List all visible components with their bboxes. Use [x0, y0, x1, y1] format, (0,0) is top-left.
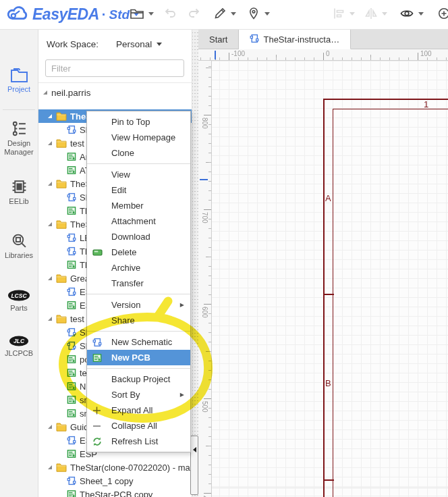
tree-item[interactable]: Sheet_1 copy	[38, 474, 192, 488]
menu-item-share[interactable]: Share	[87, 313, 190, 328]
expander-icon[interactable]	[48, 276, 52, 280]
view-options-button[interactable]	[399, 7, 424, 20]
menu-item-collapse-all[interactable]: Collapse All	[87, 418, 190, 434]
menu-item-new-pcb[interactable]: New PCB	[87, 350, 190, 365]
expander-icon[interactable]	[48, 114, 52, 118]
pcb-icon	[67, 449, 76, 459]
menu-item-label: Collapse All	[111, 421, 157, 431]
pcb-icon	[67, 300, 76, 310]
menu-item-transfer[interactable]: Transfer	[87, 276, 190, 291]
menu-item-label: Pin to Top	[111, 117, 150, 127]
menu-item-edit[interactable]: Edit	[87, 182, 190, 198]
menu-item-view-homepage[interactable]: View Homepage	[87, 130, 190, 145]
rail-item-project[interactable]: Project	[0, 68, 38, 94]
menu-item-delete[interactable]: Delete	[87, 244, 190, 260]
submenu-arrow-icon: ▶	[180, 297, 184, 313]
menu-item-expand-all[interactable]: Expand All	[87, 402, 190, 418]
zoom-tools-button[interactable]	[437, 7, 448, 20]
frame-row-divider	[323, 294, 334, 295]
panel-collapse-handle[interactable]	[190, 436, 198, 495]
tree-item[interactable]: TheStar(clone-07022020) - master	[38, 461, 192, 474]
menu-item-backup-project[interactable]: Backup Project	[87, 371, 190, 387]
menu-item-attachment[interactable]: Attachment	[87, 213, 190, 229]
menu-separator	[87, 368, 190, 369]
frame-row-divider	[323, 479, 334, 481]
folder-icon	[56, 273, 67, 283]
schematic-grid[interactable]: 1 A B	[212, 61, 448, 497]
sheet-icon	[67, 287, 76, 296]
expander-icon[interactable]	[48, 141, 52, 145]
workspace-dropdown[interactable]: Personal	[116, 39, 162, 49]
svg-text:JLC: JLC	[13, 338, 25, 344]
ruler-label: 100	[420, 50, 432, 57]
sheet-frame-inner	[333, 109, 448, 497]
easyeda-logo[interactable]: EasyEDA · Std	[5, 5, 139, 24]
minus-icon	[92, 421, 101, 430]
filter-input[interactable]	[45, 59, 184, 77]
expander-icon[interactable]	[48, 222, 52, 226]
sheet-icon	[67, 246, 76, 256]
tree-item-label: TheStar(clone-07022020) - master	[70, 463, 192, 473]
menu-item-label: Transfer	[111, 278, 144, 288]
menu-item-pin-to-top[interactable]: Pin to Top	[87, 114, 190, 130]
pcb-icon	[67, 165, 76, 175]
search-library-icon	[11, 232, 28, 249]
menu-item-member[interactable]: Member	[87, 198, 190, 213]
tree-root-user[interactable]: neil.parris	[38, 85, 192, 100]
menu-item-new-schematic[interactable]: New Schematic	[87, 334, 190, 350]
sheet-icon	[67, 233, 76, 242]
ruler-tick	[204, 115, 211, 115]
schematic-canvas: 800700600500400 1 A B	[198, 61, 448, 497]
place-tools-button[interactable]	[247, 7, 270, 20]
design-manager-icon	[11, 120, 28, 137]
rail-item-lcsc-parts[interactable]: LCSC Parts	[0, 289, 38, 313]
expander-icon[interactable]	[48, 317, 52, 321]
pcb-icon	[67, 395, 76, 404]
folder-icon	[56, 463, 67, 472]
rail-item-libraries[interactable]: Libraries	[0, 232, 38, 260]
ruler-label: -100	[231, 50, 245, 57]
panel-splitter[interactable]	[192, 30, 198, 497]
menu-item-clone[interactable]: Clone	[87, 145, 190, 161]
folder-icon	[56, 111, 67, 121]
sheet-icon	[67, 192, 76, 202]
rail-item-design-manager[interactable]: Design Manager	[0, 120, 38, 157]
pcb-icon	[67, 260, 76, 269]
tree-item[interactable]: TheStar-PCB copy	[38, 488, 192, 497]
panel-divider	[38, 82, 192, 83]
schematic-file-icon	[250, 34, 259, 45]
sheet-icon	[67, 436, 76, 445]
menu-item-label: View Homepage	[111, 132, 175, 142]
tree-item-label: TheStar-PCB copy	[80, 490, 152, 497]
pcb-icon	[67, 409, 76, 418]
expander-icon[interactable]	[48, 465, 52, 469]
menu-item-refresh-list[interactable]: Refresh List	[87, 434, 190, 449]
pcb-icon	[67, 382, 76, 391]
pcb-icon	[67, 355, 76, 364]
sheet-icon	[67, 476, 76, 486]
expander-icon[interactable]	[48, 182, 52, 186]
tab-schematic-document[interactable]: TheStar-instructa…	[239, 30, 351, 49]
ruler-label: 800	[201, 117, 208, 129]
project-context-menu: Pin to TopView HomepageCloneViewEditMemb…	[86, 111, 191, 452]
pcb-icon	[67, 152, 76, 161]
open-document-button[interactable]	[130, 7, 154, 20]
sheet-icon	[67, 328, 76, 337]
menu-item-sort-by[interactable]: Sort By▶	[87, 387, 190, 402]
pcb-icon	[92, 353, 102, 363]
menu-item-label: Clone	[111, 148, 134, 158]
menu-item-view[interactable]: View	[87, 167, 190, 182]
expander-icon[interactable]	[48, 425, 52, 429]
edition-label: Std	[109, 7, 130, 22]
rail-item-eelib[interactable]: EELib	[0, 178, 38, 206]
menu-item-version[interactable]: Version▶	[87, 297, 190, 313]
menu-item-label: Share	[111, 315, 135, 325]
expander-icon[interactable]	[43, 90, 47, 95]
ruler-tick	[323, 53, 324, 60]
rail-item-jlcpcb[interactable]: JLC JLCPCB	[0, 335, 38, 358]
menu-item-archive[interactable]: Archive	[87, 260, 190, 276]
tab-start[interactable]: Start	[198, 30, 239, 49]
menu-item-label: New Schematic	[111, 337, 172, 347]
drawing-tools-button[interactable]	[213, 7, 236, 20]
menu-item-download[interactable]: Download	[87, 229, 190, 244]
